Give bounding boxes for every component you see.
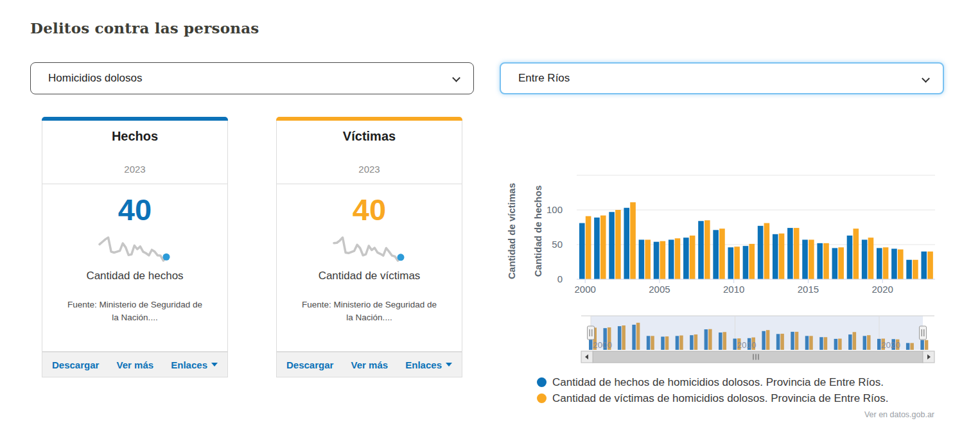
bar-hechos-2003[interactable] — [624, 208, 629, 279]
scrollbar-right-button[interactable] — [923, 351, 934, 363]
bar-hechos-2018[interactable] — [847, 236, 853, 279]
bar-victimas-2015[interactable] — [809, 239, 814, 279]
legend-dot-orange-icon — [537, 393, 547, 403]
card-metric-label: Cantidad de hechos — [86, 270, 183, 282]
svg-text:2000: 2000 — [575, 284, 596, 295]
bar-victimas-2012[interactable] — [764, 223, 770, 279]
card-title: Hechos — [49, 129, 221, 144]
card-footer: Descargar Ver más Enlaces — [276, 352, 462, 377]
bar-victimas-2003[interactable] — [630, 202, 636, 279]
scrollbar-thumb[interactable] — [593, 351, 923, 363]
bar-hechos-2011[interactable] — [743, 246, 749, 279]
bar-victimas-2002[interactable] — [615, 210, 621, 279]
svg-text:2010: 2010 — [737, 340, 757, 350]
svg-text:2020: 2020 — [872, 284, 893, 295]
bar-victimas-2010[interactable] — [734, 246, 740, 279]
bar-hechos-2023[interactable] — [921, 252, 927, 279]
bar-victimas-2008[interactable] — [704, 220, 710, 279]
bar-hechos-2007[interactable] — [683, 238, 689, 279]
bar-hechos-2012[interactable] — [758, 226, 764, 279]
download-link[interactable]: Descargar — [286, 359, 333, 370]
bar-victimas-2018[interactable] — [853, 229, 859, 279]
bar-hechos-2017[interactable] — [832, 248, 838, 279]
svg-text:0: 0 — [557, 273, 563, 284]
time-series-bar-chart[interactable]: 20002005201020152020050100Cantidad de ví… — [501, 164, 980, 369]
bar-victimas-2005[interactable] — [660, 241, 666, 279]
bar-hechos-2016[interactable] — [817, 243, 823, 279]
sparkline-chart — [96, 232, 174, 267]
card-box: Víctimas 2023 40 Cantidad de víctimas Fu… — [276, 121, 462, 352]
bar-hechos-2004[interactable] — [639, 239, 645, 279]
svg-text:2005: 2005 — [649, 284, 670, 295]
legend-item-victimas[interactable]: Cantidad de víctimas de homicidios dolos… — [537, 390, 888, 406]
sparkline-chart — [330, 232, 408, 267]
bar-victimas-2021[interactable] — [898, 250, 904, 279]
card-source: Fuente: Ministerio de Seguridad de la Na… — [66, 298, 204, 325]
bar-hechos-2015[interactable] — [802, 239, 808, 279]
bar-victimas-2007[interactable] — [690, 236, 696, 279]
see-more-link[interactable]: Ver más — [351, 359, 389, 370]
bar-victimas-2016[interactable] — [823, 243, 829, 279]
legend-item-hechos[interactable]: Cantidad de hechos de homicidios dolosos… — [537, 374, 888, 390]
card-box: Hechos 2023 40 Cantidad de hechos Fuente… — [42, 121, 228, 352]
bar-hechos-2000[interactable] — [579, 223, 585, 279]
bar-hechos-2020[interactable] — [877, 248, 882, 279]
svg-text:2015: 2015 — [798, 284, 819, 295]
navigator-selected-range[interactable] — [591, 316, 923, 350]
links-dropdown-button[interactable]: Enlaces — [405, 359, 452, 370]
svg-text:Cantidad de hechos: Cantidad de hechos — [532, 186, 543, 277]
caret-down-icon — [446, 363, 452, 367]
bar-victimas-2013[interactable] — [779, 234, 785, 279]
bar-victimas-2001[interactable] — [600, 216, 606, 279]
card-source: Fuente: Ministerio de Seguridad de la Na… — [300, 298, 439, 325]
bar-victimas-2000[interactable] — [586, 216, 591, 279]
bar-victimas-2011[interactable] — [749, 244, 755, 279]
svg-text:Cantidad de víctimas: Cantidad de víctimas — [506, 183, 517, 279]
bar-hechos-2001[interactable] — [594, 218, 600, 279]
dashboard-page: Delitos contra las personas Homicidios d… — [0, 0, 980, 432]
see-more-link[interactable]: Ver más — [117, 359, 154, 370]
caret-down-icon — [211, 363, 218, 367]
bar-hechos-2002[interactable] — [609, 212, 615, 279]
svg-text:50: 50 — [552, 239, 563, 250]
bar-victimas-2017[interactable] — [838, 247, 844, 279]
bar-victimas-2023[interactable] — [927, 252, 933, 279]
links-label: Enlaces — [405, 359, 442, 370]
scrollbar-left-button[interactable] — [581, 351, 593, 363]
navigator-handle-left[interactable] — [588, 326, 595, 340]
datos-gob-ar-link[interactable]: Ver en datos.gob.ar — [864, 410, 934, 419]
hechos-card: Hechos 2023 40 Cantidad de hechos Fuente… — [42, 117, 228, 377]
bar-hechos-2021[interactable] — [891, 248, 897, 279]
bar-victimas-2020[interactable] — [883, 247, 889, 279]
bar-victimas-2006[interactable] — [675, 238, 681, 279]
bar-hechos-2010[interactable] — [728, 247, 734, 279]
svg-text:100: 100 — [547, 204, 563, 215]
bar-victimas-2019[interactable] — [868, 238, 874, 279]
links-dropdown-button[interactable]: Enlaces — [171, 359, 218, 370]
bar-hechos-2009[interactable] — [713, 230, 719, 279]
card-value: 40 — [353, 194, 386, 225]
bar-victimas-2014[interactable] — [794, 228, 800, 279]
bar-victimas-2022[interactable] — [913, 260, 918, 279]
legend-label: Cantidad de hechos de homicidios dolosos… — [552, 376, 884, 389]
card-year: 2023 — [283, 164, 455, 175]
bar-victimas-2004[interactable] — [645, 239, 651, 279]
chart-legend: Cantidad de hechos de homicidios dolosos… — [537, 374, 888, 406]
bar-hechos-2014[interactable] — [787, 228, 793, 279]
legend-label: Cantidad de víctimas de homicidios dolos… — [552, 392, 888, 405]
crime-type-selected-value: Homicidios dolosos — [48, 72, 142, 85]
bar-hechos-2006[interactable] — [669, 239, 674, 279]
bar-hechos-2005[interactable] — [654, 242, 660, 279]
download-link[interactable]: Descargar — [52, 359, 99, 370]
bar-hechos-2013[interactable] — [773, 234, 778, 279]
bar-hechos-2008[interactable] — [698, 221, 704, 279]
svg-text:2000: 2000 — [593, 340, 612, 350]
province-select[interactable]: Entre Ríos — [500, 62, 944, 94]
navigator-handle-right[interactable] — [920, 326, 927, 340]
bar-hechos-2019[interactable] — [862, 239, 868, 279]
province-selected-value: Entre Ríos — [518, 72, 570, 85]
bar-victimas-2009[interactable] — [719, 229, 725, 279]
bar-hechos-2022[interactable] — [906, 260, 912, 279]
crime-type-select[interactable]: Homicidios dolosos — [30, 62, 474, 94]
page-title: Delitos contra las personas — [30, 19, 259, 37]
